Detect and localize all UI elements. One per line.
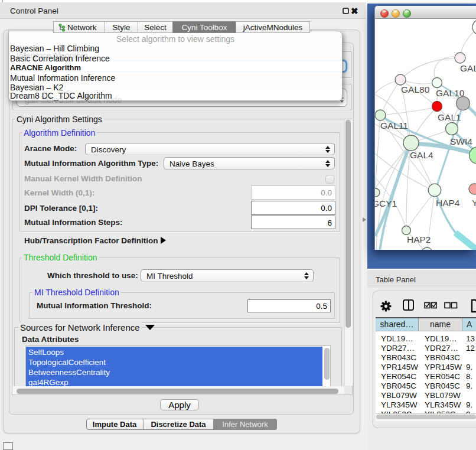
svg-text:GAL4: GAL4 bbox=[410, 150, 433, 160]
svg-text:GAL2: GAL2 bbox=[460, 63, 476, 73]
svg-text:YEL: YEL bbox=[472, 198, 476, 208]
svg-text:SWI4: SWI4 bbox=[450, 136, 472, 146]
svg-text:GAL1: GAL1 bbox=[438, 112, 461, 122]
svg-text:GAL80: GAL80 bbox=[401, 84, 430, 94]
svg-text:HAP2: HAP2 bbox=[407, 234, 431, 244]
svg-text:GAL11: GAL11 bbox=[380, 120, 408, 131]
svg-text:GAL10: GAL10 bbox=[436, 88, 465, 98]
svg-text:HAP4: HAP4 bbox=[436, 198, 460, 208]
svg-text:GCY1: GCY1 bbox=[375, 198, 397, 208]
